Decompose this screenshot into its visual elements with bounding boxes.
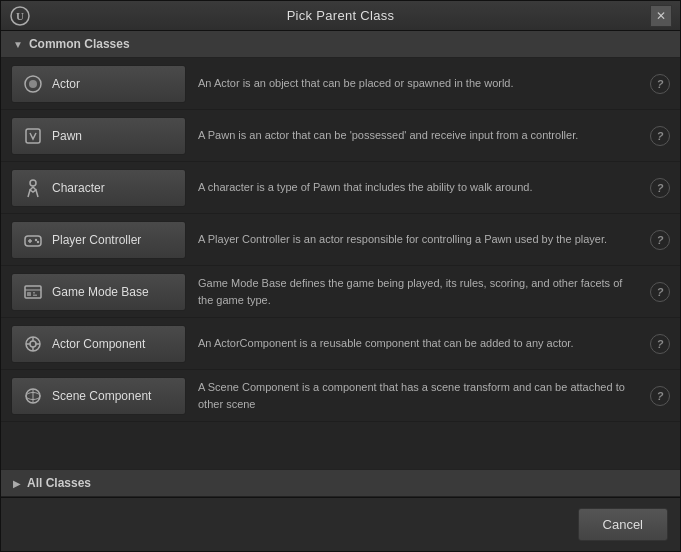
svg-point-3 bbox=[29, 80, 37, 88]
scene-component-row[interactable]: Scene Component A Scene Component is a c… bbox=[1, 370, 680, 422]
scene-component-label: Scene Component bbox=[52, 389, 151, 403]
player-controller-description: A Player Controller is an actor responsi… bbox=[186, 231, 650, 248]
character-label: Character bbox=[52, 181, 105, 195]
scene-component-button[interactable]: Scene Component bbox=[11, 377, 186, 415]
game-mode-base-row[interactable]: Game Mode Base Game Mode Base defines th… bbox=[1, 266, 680, 318]
pawn-icon bbox=[22, 125, 44, 147]
actor-description: An Actor is an object that can be placed… bbox=[186, 75, 650, 92]
pawn-button[interactable]: Pawn bbox=[11, 117, 186, 155]
character-help-icon[interactable]: ? bbox=[650, 178, 670, 198]
svg-rect-14 bbox=[27, 292, 31, 296]
actor-component-description: An ActorComponent is a reusable componen… bbox=[186, 335, 650, 352]
actor-component-row[interactable]: Actor Component An ActorComponent is a r… bbox=[1, 318, 680, 370]
expand-arrow-icon: ▼ bbox=[13, 39, 23, 50]
game-mode-base-button[interactable]: Game Mode Base bbox=[11, 273, 186, 311]
pawn-label: Pawn bbox=[52, 129, 82, 143]
title-bar: U Pick Parent Class ✕ bbox=[1, 1, 680, 31]
svg-text:U: U bbox=[16, 10, 24, 22]
pick-parent-class-window: U Pick Parent Class ✕ ▼ Common Classes bbox=[0, 0, 681, 552]
class-list: Actor An Actor is an object that can be … bbox=[1, 58, 680, 469]
player-controller-button[interactable]: Player Controller bbox=[11, 221, 186, 259]
svg-rect-16 bbox=[33, 294, 37, 296]
all-classes-label: All Classes bbox=[27, 476, 91, 490]
player-controller-help-icon[interactable]: ? bbox=[650, 230, 670, 250]
game-mode-base-icon bbox=[22, 281, 44, 303]
actor-component-icon bbox=[22, 333, 44, 355]
window-title: Pick Parent Class bbox=[31, 8, 650, 23]
actor-component-label: Actor Component bbox=[52, 337, 145, 351]
actor-help-icon[interactable]: ? bbox=[650, 74, 670, 94]
actor-component-button[interactable]: Actor Component bbox=[11, 325, 186, 363]
all-classes-arrow-icon: ▶ bbox=[13, 478, 21, 489]
svg-point-11 bbox=[37, 240, 39, 242]
svg-rect-12 bbox=[25, 286, 41, 298]
character-icon bbox=[22, 177, 44, 199]
close-icon: ✕ bbox=[656, 9, 666, 23]
content-area: ▼ Common Classes Actor An Actor is an ob… bbox=[1, 31, 680, 497]
actor-label: Actor bbox=[52, 77, 80, 91]
actor-row[interactable]: Actor An Actor is an object that can be … bbox=[1, 58, 680, 110]
player-controller-label: Player Controller bbox=[52, 233, 141, 247]
scene-component-description: A Scene Component is a component that ha… bbox=[186, 379, 650, 412]
svg-rect-15 bbox=[33, 292, 35, 294]
pawn-help-icon[interactable]: ? bbox=[650, 126, 670, 146]
actor-icon bbox=[22, 73, 44, 95]
scene-component-icon bbox=[22, 385, 44, 407]
actor-button[interactable]: Actor bbox=[11, 65, 186, 103]
player-controller-icon bbox=[22, 229, 44, 251]
pawn-row[interactable]: Pawn A Pawn is an actor that can be 'pos… bbox=[1, 110, 680, 162]
character-row[interactable]: Character A character is a type of Pawn … bbox=[1, 162, 680, 214]
actor-component-help-icon[interactable]: ? bbox=[650, 334, 670, 354]
scene-component-help-icon[interactable]: ? bbox=[650, 386, 670, 406]
game-mode-base-label: Game Mode Base bbox=[52, 285, 149, 299]
svg-rect-4 bbox=[26, 129, 40, 143]
character-button[interactable]: Character bbox=[11, 169, 186, 207]
all-classes-header[interactable]: ▶ All Classes bbox=[1, 469, 680, 497]
svg-point-18 bbox=[30, 341, 36, 347]
close-button[interactable]: ✕ bbox=[650, 5, 672, 27]
footer: Cancel bbox=[1, 497, 680, 551]
common-classes-label: Common Classes bbox=[29, 37, 130, 51]
pawn-description: A Pawn is an actor that can be 'possesse… bbox=[186, 127, 650, 144]
svg-point-10 bbox=[35, 238, 37, 240]
player-controller-row[interactable]: Player Controller A Player Controller is… bbox=[1, 214, 680, 266]
svg-point-5 bbox=[30, 180, 36, 186]
ue-logo-icon: U bbox=[9, 5, 31, 27]
game-mode-base-help-icon[interactable]: ? bbox=[650, 282, 670, 302]
game-mode-base-description: Game Mode Base defines the game being pl… bbox=[186, 275, 650, 308]
common-classes-header: ▼ Common Classes bbox=[1, 31, 680, 58]
character-description: A character is a type of Pawn that inclu… bbox=[186, 179, 650, 196]
cancel-button[interactable]: Cancel bbox=[578, 508, 668, 541]
